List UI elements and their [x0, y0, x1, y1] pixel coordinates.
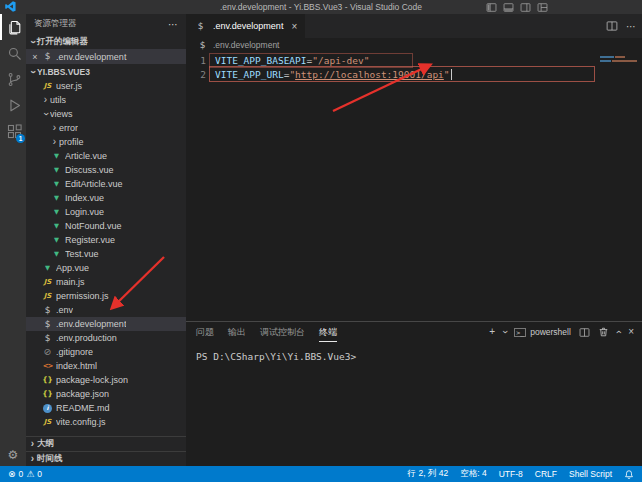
toggle-secondary-sidebar-icon[interactable]: [520, 2, 531, 13]
kill-terminal-icon[interactable]: [598, 326, 609, 338]
tree-item-discuss.vue[interactable]: ▼Discuss.vue: [26, 163, 186, 177]
gear-icon[interactable]: ⚙: [8, 448, 19, 462]
tree-item-app.vue[interactable]: ▼App.vue: [26, 261, 186, 275]
tree-item-index.vue[interactable]: ▼Index.vue: [26, 191, 186, 205]
breadcrumb-item[interactable]: .env.development: [213, 40, 279, 50]
tree-item-notfound.vue[interactable]: ▼NotFound.vue: [26, 219, 186, 233]
tree-item-article.vue[interactable]: ▼Article.vue: [26, 149, 186, 163]
notifications-bell-icon[interactable]: [624, 469, 634, 480]
source-control-icon[interactable]: [0, 66, 26, 92]
tree-item-label: App.vue: [56, 263, 89, 273]
tree-item-index.html[interactable]: <>index.html: [26, 359, 186, 373]
encoding-setting[interactable]: UTF-8: [499, 469, 523, 479]
tree-item-readme.md[interactable]: iREADME.md: [26, 401, 186, 415]
tree-item-views[interactable]: ›views: [26, 107, 186, 121]
panel-tab-调试控制台[interactable]: 调试控制台: [260, 322, 305, 342]
vscode-logo-icon: [5, 1, 16, 12]
info-file-icon: i: [43, 404, 52, 413]
tree-item-package.json[interactable]: {}package.json: [26, 387, 186, 401]
tree-item-main.js[interactable]: JSmain.js: [26, 275, 186, 289]
tree-item-label: README.md: [56, 403, 110, 413]
sidebar-title: 资源管理器: [34, 18, 168, 30]
tree-item-login.vue[interactable]: ▼Login.vue: [26, 205, 186, 219]
chevron-down-icon: ›: [41, 110, 51, 119]
timeline-section-header[interactable]: › 时间线: [26, 451, 186, 466]
tree-item-.gitignore[interactable]: ⊘.gitignore: [26, 345, 186, 359]
activity-bar: 1 ⚙: [0, 14, 26, 466]
tree-item-label: vite.config.js: [56, 417, 106, 427]
status-bar: ⊗ 0 ⚠ 0 行 2, 列 42 空格: 4 UTF-8 CRLF Shell…: [0, 466, 642, 482]
tree-item-label: Test.vue: [65, 249, 99, 259]
shell-name: powershell: [530, 327, 571, 337]
open-editors-header[interactable]: › 打开的编辑器: [26, 34, 186, 49]
terminal-output[interactable]: PS D:\CSharp\Yi\Yi.BBS.Vue3>: [186, 342, 642, 362]
tree-item-profile[interactable]: ›profile: [26, 135, 186, 149]
tree-item-label: Index.vue: [65, 193, 104, 203]
explorer-icon[interactable]: [0, 14, 26, 40]
bottom-panel: 问题输出调试控制台终端 + › >_ powershell › × PS D:\…: [186, 321, 642, 466]
vue-file-icon: ▼: [50, 195, 63, 202]
vue-file-icon: ▼: [41, 265, 54, 272]
tree-item-utils[interactable]: ›utils: [26, 93, 186, 107]
new-terminal-icon[interactable]: +: [489, 327, 495, 337]
terminal-profile-dropdown-icon[interactable]: ›: [500, 330, 510, 333]
editor-actions: ⋯: [606, 14, 636, 38]
tab-env-development[interactable]: $ .env.development ×: [186, 14, 305, 38]
eol-setting[interactable]: CRLF: [535, 469, 557, 479]
language-mode[interactable]: Shell Script: [569, 469, 612, 479]
code-editor[interactable]: 1 VITE_APP_BASEAPI = "/api-dev" 2 VITE_A…: [186, 52, 642, 321]
cursor-position[interactable]: 行 2, 列 42: [408, 468, 449, 480]
outline-label: 大纲: [37, 438, 54, 450]
chevron-right-icon: ›: [28, 454, 37, 464]
js-file-icon: JS: [41, 293, 54, 300]
more-actions-icon[interactable]: ⋯: [626, 21, 636, 32]
customize-layout-icon[interactable]: [537, 2, 548, 13]
extensions-icon[interactable]: 1: [0, 118, 26, 144]
split-terminal-icon[interactable]: [579, 327, 590, 338]
tree-item-vite.config.js[interactable]: JSvite.config.js: [26, 415, 186, 429]
tree-item-label: .gitignore: [56, 347, 93, 357]
vscode-window: .env.development - Yi.BBS.Vue3 - Visual …: [0, 0, 642, 482]
tree-item-permission.js[interactable]: JSpermission.js: [26, 289, 186, 303]
run-debug-icon[interactable]: [0, 92, 26, 118]
tree-item-.env.development[interactable]: $.env.development: [26, 317, 186, 331]
terminal-shell-selector[interactable]: >_ powershell: [514, 327, 570, 337]
close-icon[interactable]: ×: [30, 52, 40, 62]
shell-file-icon: $: [194, 22, 207, 31]
error-icon: ⊗: [8, 469, 16, 479]
tree-item-register.vue[interactable]: ▼Register.vue: [26, 233, 186, 247]
tree-item-error[interactable]: ›error: [26, 121, 186, 135]
panel-tab-终端[interactable]: 终端: [319, 322, 337, 342]
tree-item-user.js[interactable]: JSuser.js: [26, 79, 186, 93]
close-quote: ": [444, 69, 450, 80]
file-tree: JSuser.js›utils›views›error›profile▼Arti…: [26, 79, 186, 429]
tree-item-editarticle.vue[interactable]: ▼EditArticle.vue: [26, 177, 186, 191]
toggle-panel-icon[interactable]: [503, 2, 514, 13]
indentation-setting[interactable]: 空格: 4: [460, 468, 486, 480]
maximize-panel-icon[interactable]: ›: [613, 330, 623, 333]
status-bar-left: ⊗ 0 ⚠ 0: [8, 469, 42, 479]
toggle-sidebar-icon[interactable]: [486, 2, 497, 13]
close-panel-icon[interactable]: ×: [628, 327, 634, 337]
tree-item-package-lock.json[interactable]: {}package-lock.json: [26, 373, 186, 387]
sidebar-more-actions-icon[interactable]: ⋯: [168, 19, 178, 30]
tree-item-test.vue[interactable]: ▼Test.vue: [26, 247, 186, 261]
tree-item-.env.production[interactable]: $.env.production: [26, 331, 186, 345]
project-header[interactable]: › YI.BBS.VUE3: [26, 64, 186, 79]
open-editor-item[interactable]: × $ .env.development: [26, 49, 186, 64]
activity-bar-bottom: ⚙: [0, 448, 26, 462]
search-icon[interactable]: [0, 40, 26, 66]
panel-tab-输出[interactable]: 输出: [228, 322, 246, 342]
env-file-icon: $: [41, 320, 54, 329]
env-var-name: VITE_APP_URL: [215, 69, 284, 80]
tree-item-.env[interactable]: $.env: [26, 303, 186, 317]
close-tab-icon[interactable]: ×: [291, 21, 297, 32]
url-link[interactable]: http://localhost:19001/api: [295, 69, 444, 80]
outline-section-header[interactable]: › 大纲: [26, 436, 186, 451]
panel-header: 问题输出调试控制台终端 + › >_ powershell › ×: [186, 322, 642, 342]
panel-tab-问题[interactable]: 问题: [196, 322, 214, 342]
line-number: 2: [186, 69, 215, 80]
split-editor-icon[interactable]: [606, 20, 618, 32]
problems-status[interactable]: ⊗ 0 ⚠ 0: [8, 469, 42, 479]
breadcrumb[interactable]: $ .env.development: [186, 38, 642, 52]
